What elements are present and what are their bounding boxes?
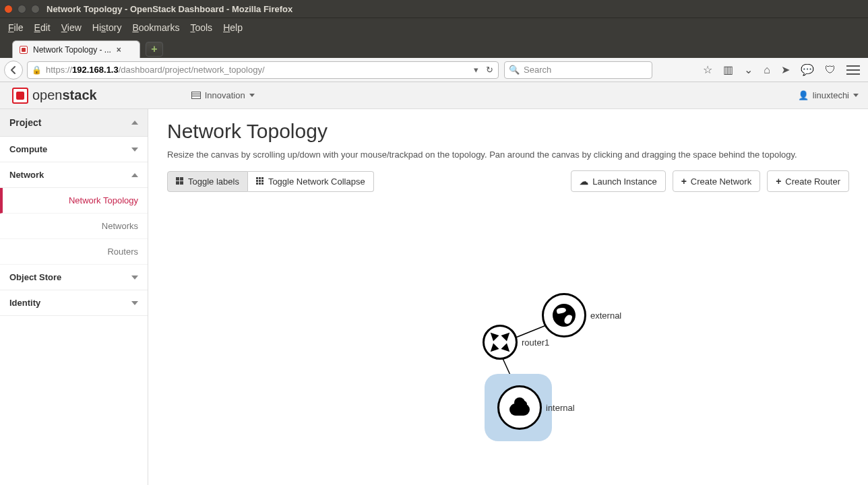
project-switcher[interactable]: Innovation (191, 90, 255, 100)
sidebar-group-network[interactable]: Network (0, 162, 148, 188)
plus-icon: + (681, 176, 687, 187)
openstack-mark-icon (12, 88, 28, 104)
back-button[interactable] (4, 61, 23, 79)
menu-tools[interactable]: Tools (190, 22, 212, 33)
th-large-icon (176, 177, 184, 185)
menu-view[interactable]: View (61, 22, 82, 33)
toggle-labels-button[interactable]: Toggle labels (167, 171, 248, 192)
chevron-up-icon (131, 121, 138, 125)
os-window-title: Network Topology - OpenStack Dashboard -… (46, 4, 292, 14)
home-icon[interactable]: ⌂ (764, 64, 770, 76)
menu-history[interactable]: History (92, 22, 122, 33)
sidebar-group-object-store[interactable]: Object Store (0, 265, 148, 290)
firefox-toolbar: 🔒 https://192.168.1.3/dashboard/project/… (0, 58, 868, 82)
sidebar-network-items: Network Topology Networks Routers (0, 188, 148, 265)
user-name: linuxtechi (813, 90, 849, 100)
send-icon[interactable]: ➤ (781, 63, 790, 76)
user-icon: 👤 (798, 90, 809, 100)
search-placeholder: Search (524, 65, 551, 75)
menu-edit[interactable]: Edit (34, 22, 51, 33)
user-menu[interactable]: 👤 linuxtechi (798, 90, 859, 100)
new-tab-button[interactable]: + (146, 42, 163, 57)
action-button-group: ☁ Launch Instance + Create Network + Cre… (571, 170, 849, 192)
sidebar-item-network-topology[interactable]: Network Topology (0, 188, 148, 214)
appbar: openstack Innovation 👤 linuxtechi (0, 82, 868, 109)
firefox-toolbar-icons: ☆ ▥ ⌄ ⌂ ➤ 💬 🛡 (703, 63, 864, 76)
topology-canvas[interactable]: external router1 internal (167, 192, 849, 482)
router-icon (483, 325, 518, 360)
pocket-icon[interactable]: ⌄ (744, 63, 753, 76)
chevron-down-icon (131, 148, 138, 152)
tab-favicon (18, 44, 29, 55)
create-network-button[interactable]: + Create Network (673, 170, 761, 192)
firefox-tabstrip: Network Topology - ... × + (0, 36, 868, 58)
plus-icon: + (776, 176, 781, 187)
project-name: Innovation (205, 90, 245, 100)
workspace: Project Compute Network Network Topology… (0, 109, 868, 485)
reload-icon[interactable]: ↻ (485, 65, 494, 75)
sidebar: Project Compute Network Network Topology… (0, 109, 148, 485)
os-maximize-button[interactable] (31, 5, 40, 13)
sidebar-group-project[interactable]: Project (0, 109, 148, 137)
page-hint: Resize the canvas by scrolling up/down w… (167, 150, 849, 160)
bookmark-star-icon[interactable]: ☆ (703, 63, 712, 76)
page-title: Network Topology (167, 120, 849, 143)
os-window-buttons (4, 5, 40, 13)
os-titlebar: Network Topology - OpenStack Dashboard -… (0, 0, 868, 18)
url-text: https://192.168.1.3/dashboard/project/ne… (46, 65, 468, 75)
chevron-down-icon (131, 276, 138, 280)
toggle-collapse-button[interactable]: Toggle Network Collapse (248, 171, 374, 192)
node-router[interactable]: router1 (483, 325, 549, 360)
search-icon: 🔍 (509, 65, 520, 75)
lock-icon: 🔒 (32, 65, 42, 75)
url-dropdown-icon[interactable]: ▾ (471, 65, 480, 75)
sidebar-item-networks[interactable]: Networks (0, 214, 148, 239)
node-label: router1 (522, 337, 549, 348)
create-router-button[interactable]: + Create Router (767, 170, 849, 192)
search-bar[interactable]: 🔍 Search (504, 61, 652, 79)
os-minimize-button[interactable] (18, 5, 26, 13)
brand-text: openstack (32, 88, 97, 103)
tab-title: Network Topology - ... (33, 45, 111, 55)
firefox-menubar: File Edit View History Bookmarks Tools H… (0, 18, 868, 36)
menu-icon[interactable] (846, 65, 860, 75)
openstack-logo[interactable]: openstack (12, 88, 97, 104)
sidebar-group-compute[interactable]: Compute (0, 137, 148, 162)
button-row: Toggle labels Toggle Network Collapse ☁ … (167, 170, 849, 192)
launch-instance-button[interactable]: ☁ Launch Instance (571, 170, 665, 192)
node-internal[interactable]: internal (497, 385, 575, 430)
browser-tab[interactable]: Network Topology - ... × (12, 40, 140, 58)
url-bar[interactable]: 🔒 https://192.168.1.3/dashboard/project/… (27, 61, 499, 79)
chevron-down-icon (853, 94, 859, 97)
chat-icon[interactable]: 💬 (801, 63, 814, 76)
main-content: Network Topology Resize the canvas by sc… (148, 109, 868, 485)
cloud-icon (497, 385, 542, 430)
cloud-upload-icon: ☁ (580, 176, 588, 187)
menu-bookmarks[interactable]: Bookmarks (132, 22, 179, 33)
node-label: internal (546, 403, 575, 413)
chevron-down-icon (249, 94, 255, 97)
chevron-down-icon (131, 301, 138, 305)
sidebar-item-routers[interactable]: Routers (0, 239, 148, 265)
project-icon (191, 92, 201, 99)
chevron-up-icon (131, 173, 138, 177)
node-external[interactable]: external (542, 293, 621, 337)
toggle-button-group: Toggle labels Toggle Network Collapse (167, 171, 374, 192)
menu-help[interactable]: Help (223, 22, 243, 33)
menu-file[interactable]: File (8, 22, 24, 33)
shield-icon[interactable]: 🛡 (825, 64, 836, 76)
tab-close-icon[interactable]: × (117, 45, 121, 55)
library-icon[interactable]: ▥ (723, 63, 733, 76)
node-label: external (590, 311, 621, 321)
os-close-button[interactable] (4, 5, 13, 13)
th-icon (256, 177, 264, 185)
sidebar-group-identity[interactable]: Identity (0, 290, 148, 316)
